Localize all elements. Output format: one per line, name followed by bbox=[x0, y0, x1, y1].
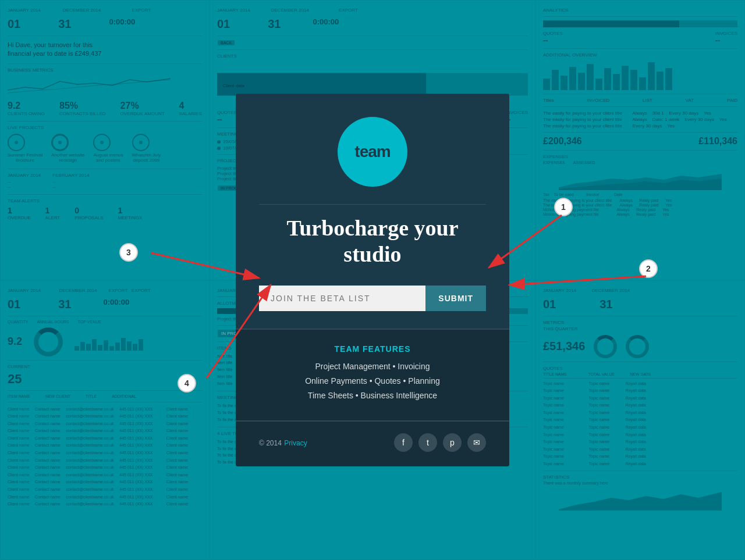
annotation-2: 2 bbox=[639, 259, 658, 278]
facebook-icon[interactable]: f bbox=[394, 433, 413, 452]
features-line-2: Online Payments • Quotes • Planning bbox=[259, 374, 486, 388]
privacy-link[interactable]: Privacy bbox=[284, 439, 307, 447]
modal-divider-top bbox=[259, 204, 486, 205]
logo-text: team bbox=[354, 142, 390, 161]
modal-headline: Turbocharge your studio bbox=[286, 215, 458, 268]
twitter-icon[interactable]: t bbox=[418, 433, 437, 452]
footer-left: © 2014 Privacy bbox=[259, 437, 307, 448]
annotation-circle-3: 3 bbox=[119, 243, 138, 262]
annotation-circle-1: 1 bbox=[554, 198, 573, 216]
features-title: TEAM FEATURES bbox=[259, 344, 486, 354]
modal-form: SUBMIT bbox=[259, 286, 486, 311]
annotation-4: 4 bbox=[178, 374, 196, 393]
annotation-circle-4: 4 bbox=[178, 374, 196, 393]
annotation-circle-2: 2 bbox=[639, 259, 658, 278]
copyright-text: © 2014 bbox=[259, 439, 282, 447]
modal-footer: © 2014 Privacy f t p ✉ bbox=[236, 421, 509, 466]
email-input[interactable] bbox=[259, 286, 425, 311]
modal-container: team Turbocharge your studio SUBMIT TEAM… bbox=[236, 94, 509, 467]
features-line-3: Time Sheets • Business Intelligence bbox=[259, 388, 486, 403]
social-icons-group: f t p ✉ bbox=[394, 433, 486, 452]
features-line-1: Project Management • Invoicing bbox=[259, 359, 486, 374]
logo-circle: team bbox=[338, 117, 407, 187]
pinterest-icon[interactable]: p bbox=[443, 433, 462, 452]
annotation-1: 1 bbox=[554, 198, 573, 216]
modal-features-section: TEAM FEATURES Project Management • Invoi… bbox=[236, 329, 509, 421]
email-icon[interactable]: ✉ bbox=[467, 433, 486, 452]
modal-overlay: team Turbocharge your studio SUBMIT TEAM… bbox=[0, 0, 745, 560]
submit-button[interactable]: SUBMIT bbox=[425, 286, 486, 311]
modal-top-section: team Turbocharge your studio SUBMIT bbox=[236, 94, 509, 329]
annotation-3: 3 bbox=[119, 243, 138, 262]
features-list: Project Management • Invoicing Online Pa… bbox=[259, 359, 486, 404]
